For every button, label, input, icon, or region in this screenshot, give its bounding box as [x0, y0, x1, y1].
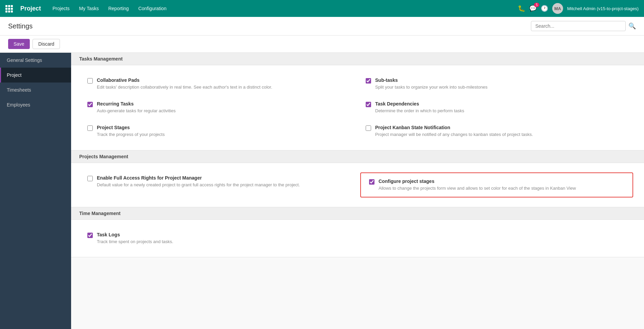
setting-task-dependencies: Task Dependencies Determine the order in…	[358, 96, 636, 119]
page-header: Settings 🔍	[0, 17, 644, 36]
section-header-time: Time Management	[71, 207, 644, 220]
main-layout: General Settings Project Timesheets Empl…	[0, 53, 644, 329]
label-sub-tasks: Sub-tasks	[375, 77, 628, 83]
content-area: Tasks Management Collaborative Pads Edit…	[71, 53, 644, 329]
checkbox-collaborative-pads[interactable]	[87, 78, 93, 84]
section-body-time: Task Logs Track time spent on projects a…	[71, 220, 644, 257]
chat-icon[interactable]: 💬 5	[529, 5, 537, 12]
page-container: Settings 🔍 Save Discard General Settings…	[0, 17, 644, 329]
desc-sub-tasks: Split your tasks to organize your work i…	[375, 84, 628, 90]
navbar: Project Projects My Tasks Reporting Conf…	[0, 0, 644, 17]
desc-task-dependencies: Determine the order in which to perform …	[375, 108, 628, 114]
setting-kanban-state: Project Kanban State Notification Projec…	[358, 119, 636, 143]
setting-configure-stages: Configure project stages Allows to chang…	[361, 173, 632, 197]
desc-kanban-state: Project manager will be notified of any …	[375, 132, 628, 138]
setting-task-logs: Task Logs Track time spent on projects a…	[79, 227, 358, 250]
save-button[interactable]: Save	[8, 39, 30, 49]
discard-button[interactable]: Discard	[33, 39, 60, 49]
label-task-logs: Task Logs	[97, 232, 349, 237]
search-container: 🔍	[531, 21, 636, 31]
desc-collaborative-pads: Edit tasks' description collaboratively …	[97, 84, 349, 90]
checkbox-task-dependencies[interactable]	[366, 102, 371, 107]
section-body-tasks: Collaborative Pads Edit tasks' descripti…	[71, 65, 644, 150]
checkbox-sub-tasks[interactable]	[366, 78, 371, 84]
desc-full-access: Default value for a newly created projec…	[97, 182, 349, 188]
search-icon[interactable]: 🔍	[628, 22, 636, 30]
chat-badge: 5	[534, 3, 539, 7]
highlighted-configure-stages: Configure project stages Allows to chang…	[360, 172, 633, 197]
setting-collaborative-pads: Collaborative Pads Edit tasks' descripti…	[79, 72, 358, 96]
apps-icon[interactable]	[5, 5, 12, 12]
bug-icon[interactable]: 🐛	[518, 5, 525, 12]
user-name: Mitchell Admin (v15-to-projct-stages)	[567, 6, 639, 11]
tasks-settings-grid: Collaborative Pads Edit tasks' descripti…	[79, 72, 636, 143]
checkbox-task-logs[interactable]	[87, 233, 93, 238]
sidebar-item-project[interactable]: Project	[0, 68, 71, 83]
label-collaborative-pads: Collaborative Pads	[97, 77, 349, 83]
page-title: Settings	[8, 22, 33, 30]
label-recurring-tasks: Recurring Tasks	[97, 101, 349, 107]
checkbox-kanban-state[interactable]	[366, 125, 371, 131]
nav-projects[interactable]: Projects	[49, 4, 73, 13]
sidebar-item-timesheets[interactable]: Timesheets	[0, 83, 71, 97]
search-input[interactable]	[531, 21, 626, 31]
avatar[interactable]: MA	[552, 3, 563, 14]
nav-my-tasks[interactable]: My Tasks	[76, 4, 102, 13]
setting-full-access: Enable Full Access Rights for Project Ma…	[79, 170, 358, 200]
nav-configuration[interactable]: Configuration	[135, 4, 170, 13]
navbar-right: 🐛 💬 5 🕐 MA Mitchell Admin (v15-to-projct…	[518, 3, 639, 14]
checkbox-configure-stages[interactable]	[369, 179, 374, 185]
desc-project-stages: Track the progress of your projects	[97, 132, 349, 138]
sidebar: General Settings Project Timesheets Empl…	[0, 53, 71, 329]
label-kanban-state: Project Kanban State Notification	[375, 125, 628, 130]
checkbox-recurring-tasks[interactable]	[87, 102, 93, 107]
desc-task-logs: Track time spent on projects and tasks.	[97, 239, 349, 245]
label-full-access: Enable Full Access Rights for Project Ma…	[97, 175, 349, 181]
setting-project-stages: Project Stages Track the progress of you…	[79, 119, 358, 143]
label-task-dependencies: Task Dependencies	[375, 101, 628, 107]
navbar-links: Projects My Tasks Reporting Configuratio…	[49, 4, 170, 13]
setting-sub-tasks: Sub-tasks Split your tasks to organize y…	[358, 72, 636, 96]
label-project-stages: Project Stages	[97, 125, 349, 130]
time-settings-grid: Task Logs Track time spent on projects a…	[79, 227, 636, 250]
setting-recurring-tasks: Recurring Tasks Auto-generate tasks for …	[79, 96, 358, 119]
sidebar-item-general-settings[interactable]: General Settings	[0, 53, 71, 68]
checkbox-full-access[interactable]	[87, 176, 93, 181]
clock-icon[interactable]: 🕐	[541, 5, 548, 12]
checkbox-project-stages[interactable]	[87, 125, 93, 131]
section-header-tasks: Tasks Management	[71, 53, 644, 65]
section-body-projects: Enable Full Access Rights for Project Ma…	[71, 163, 644, 207]
nav-reporting[interactable]: Reporting	[105, 4, 132, 13]
projects-settings-grid: Enable Full Access Rights for Project Ma…	[79, 170, 636, 200]
label-configure-stages: Configure project stages	[379, 179, 624, 184]
sidebar-item-employees[interactable]: Employees	[0, 97, 71, 112]
app-brand: Project	[20, 5, 41, 12]
section-header-projects: Projects Management	[71, 150, 644, 163]
desc-configure-stages: Allows to change the projects form view …	[379, 185, 624, 191]
desc-recurring-tasks: Auto-generate tasks for regular activiti…	[97, 108, 349, 114]
toolbar: Save Discard	[0, 36, 644, 53]
